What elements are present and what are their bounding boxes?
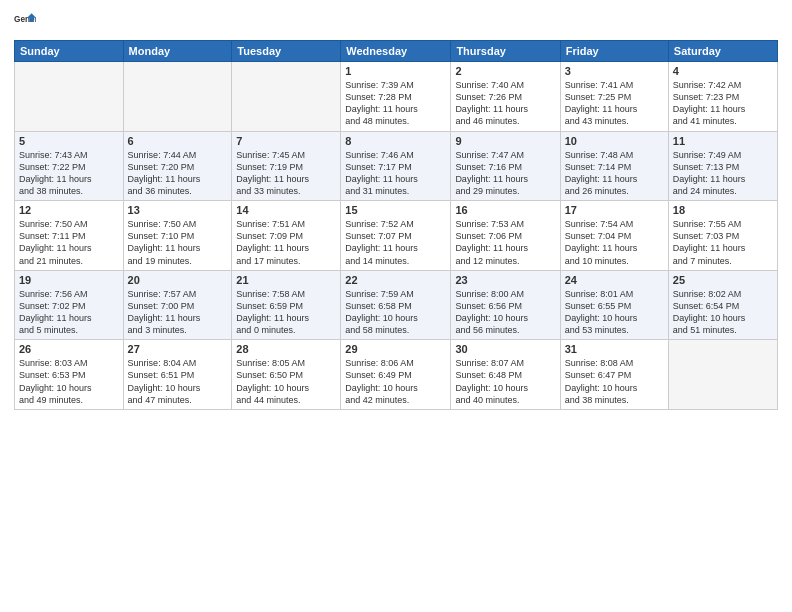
- day-number: 31: [565, 343, 664, 355]
- day-number: 1: [345, 65, 446, 77]
- header: General: [14, 10, 778, 32]
- day-number: 28: [236, 343, 336, 355]
- day-number: 9: [455, 135, 555, 147]
- day-number: 18: [673, 204, 773, 216]
- day-info: Sunrise: 7:42 AM Sunset: 7:23 PM Dayligh…: [673, 79, 773, 128]
- calendar-cell: 29Sunrise: 8:06 AM Sunset: 6:49 PM Dayli…: [341, 340, 451, 410]
- calendar-cell: 3Sunrise: 7:41 AM Sunset: 7:25 PM Daylig…: [560, 62, 668, 132]
- day-info: Sunrise: 7:47 AM Sunset: 7:16 PM Dayligh…: [455, 149, 555, 198]
- day-number: 27: [128, 343, 228, 355]
- day-info: Sunrise: 7:40 AM Sunset: 7:26 PM Dayligh…: [455, 79, 555, 128]
- day-number: 21: [236, 274, 336, 286]
- day-info: Sunrise: 8:03 AM Sunset: 6:53 PM Dayligh…: [19, 357, 119, 406]
- calendar-cell: [123, 62, 232, 132]
- calendar-cell: 25Sunrise: 8:02 AM Sunset: 6:54 PM Dayli…: [668, 270, 777, 340]
- calendar-cell: [668, 340, 777, 410]
- calendar-cell: 26Sunrise: 8:03 AM Sunset: 6:53 PM Dayli…: [15, 340, 124, 410]
- calendar-cell: 13Sunrise: 7:50 AM Sunset: 7:10 PM Dayli…: [123, 201, 232, 271]
- day-info: Sunrise: 7:46 AM Sunset: 7:17 PM Dayligh…: [345, 149, 446, 198]
- calendar-cell: 5Sunrise: 7:43 AM Sunset: 7:22 PM Daylig…: [15, 131, 124, 201]
- day-number: 2: [455, 65, 555, 77]
- day-number: 4: [673, 65, 773, 77]
- calendar-cell: [232, 62, 341, 132]
- day-number: 30: [455, 343, 555, 355]
- calendar-cell: 12Sunrise: 7:50 AM Sunset: 7:11 PM Dayli…: [15, 201, 124, 271]
- logo-icon: General: [14, 10, 36, 32]
- day-info: Sunrise: 7:56 AM Sunset: 7:02 PM Dayligh…: [19, 288, 119, 337]
- day-number: 10: [565, 135, 664, 147]
- day-number: 13: [128, 204, 228, 216]
- calendar-cell: 1Sunrise: 7:39 AM Sunset: 7:28 PM Daylig…: [341, 62, 451, 132]
- day-info: Sunrise: 7:57 AM Sunset: 7:00 PM Dayligh…: [128, 288, 228, 337]
- weekday-header-saturday: Saturday: [668, 41, 777, 62]
- weekday-header-friday: Friday: [560, 41, 668, 62]
- day-number: 3: [565, 65, 664, 77]
- calendar-cell: 30Sunrise: 8:07 AM Sunset: 6:48 PM Dayli…: [451, 340, 560, 410]
- day-number: 7: [236, 135, 336, 147]
- page-container: General SundayMondayTuesdayWednesdayThur…: [0, 0, 792, 612]
- day-info: Sunrise: 8:05 AM Sunset: 6:50 PM Dayligh…: [236, 357, 336, 406]
- weekday-header-row: SundayMondayTuesdayWednesdayThursdayFrid…: [15, 41, 778, 62]
- day-info: Sunrise: 8:01 AM Sunset: 6:55 PM Dayligh…: [565, 288, 664, 337]
- day-number: 16: [455, 204, 555, 216]
- day-info: Sunrise: 7:51 AM Sunset: 7:09 PM Dayligh…: [236, 218, 336, 267]
- weekday-header-tuesday: Tuesday: [232, 41, 341, 62]
- day-number: 19: [19, 274, 119, 286]
- day-number: 26: [19, 343, 119, 355]
- calendar-cell: 11Sunrise: 7:49 AM Sunset: 7:13 PM Dayli…: [668, 131, 777, 201]
- calendar-cell: 15Sunrise: 7:52 AM Sunset: 7:07 PM Dayli…: [341, 201, 451, 271]
- calendar-week-row: 12Sunrise: 7:50 AM Sunset: 7:11 PM Dayli…: [15, 201, 778, 271]
- calendar-cell: 20Sunrise: 7:57 AM Sunset: 7:00 PM Dayli…: [123, 270, 232, 340]
- calendar-cell: 17Sunrise: 7:54 AM Sunset: 7:04 PM Dayli…: [560, 201, 668, 271]
- calendar-cell: 4Sunrise: 7:42 AM Sunset: 7:23 PM Daylig…: [668, 62, 777, 132]
- calendar-cell: 10Sunrise: 7:48 AM Sunset: 7:14 PM Dayli…: [560, 131, 668, 201]
- weekday-header-thursday: Thursday: [451, 41, 560, 62]
- day-info: Sunrise: 8:06 AM Sunset: 6:49 PM Dayligh…: [345, 357, 446, 406]
- calendar-cell: 2Sunrise: 7:40 AM Sunset: 7:26 PM Daylig…: [451, 62, 560, 132]
- day-info: Sunrise: 7:41 AM Sunset: 7:25 PM Dayligh…: [565, 79, 664, 128]
- calendar-cell: 21Sunrise: 7:58 AM Sunset: 6:59 PM Dayli…: [232, 270, 341, 340]
- day-number: 5: [19, 135, 119, 147]
- calendar-cell: 7Sunrise: 7:45 AM Sunset: 7:19 PM Daylig…: [232, 131, 341, 201]
- calendar-cell: 6Sunrise: 7:44 AM Sunset: 7:20 PM Daylig…: [123, 131, 232, 201]
- calendar-cell: 9Sunrise: 7:47 AM Sunset: 7:16 PM Daylig…: [451, 131, 560, 201]
- calendar-cell: 16Sunrise: 7:53 AM Sunset: 7:06 PM Dayli…: [451, 201, 560, 271]
- calendar-week-row: 1Sunrise: 7:39 AM Sunset: 7:28 PM Daylig…: [15, 62, 778, 132]
- day-info: Sunrise: 7:58 AM Sunset: 6:59 PM Dayligh…: [236, 288, 336, 337]
- day-info: Sunrise: 7:52 AM Sunset: 7:07 PM Dayligh…: [345, 218, 446, 267]
- day-number: 14: [236, 204, 336, 216]
- weekday-header-sunday: Sunday: [15, 41, 124, 62]
- calendar-cell: 27Sunrise: 8:04 AM Sunset: 6:51 PM Dayli…: [123, 340, 232, 410]
- calendar-cell: [15, 62, 124, 132]
- day-info: Sunrise: 8:08 AM Sunset: 6:47 PM Dayligh…: [565, 357, 664, 406]
- weekday-header-wednesday: Wednesday: [341, 41, 451, 62]
- day-number: 6: [128, 135, 228, 147]
- day-info: Sunrise: 8:00 AM Sunset: 6:56 PM Dayligh…: [455, 288, 555, 337]
- day-number: 24: [565, 274, 664, 286]
- calendar-cell: 24Sunrise: 8:01 AM Sunset: 6:55 PM Dayli…: [560, 270, 668, 340]
- day-number: 23: [455, 274, 555, 286]
- calendar-week-row: 19Sunrise: 7:56 AM Sunset: 7:02 PM Dayli…: [15, 270, 778, 340]
- day-number: 22: [345, 274, 446, 286]
- day-info: Sunrise: 7:50 AM Sunset: 7:11 PM Dayligh…: [19, 218, 119, 267]
- day-info: Sunrise: 7:45 AM Sunset: 7:19 PM Dayligh…: [236, 149, 336, 198]
- calendar-cell: 19Sunrise: 7:56 AM Sunset: 7:02 PM Dayli…: [15, 270, 124, 340]
- calendar-week-row: 5Sunrise: 7:43 AM Sunset: 7:22 PM Daylig…: [15, 131, 778, 201]
- calendar-cell: 18Sunrise: 7:55 AM Sunset: 7:03 PM Dayli…: [668, 201, 777, 271]
- day-number: 20: [128, 274, 228, 286]
- day-info: Sunrise: 7:59 AM Sunset: 6:58 PM Dayligh…: [345, 288, 446, 337]
- day-info: Sunrise: 8:02 AM Sunset: 6:54 PM Dayligh…: [673, 288, 773, 337]
- calendar-cell: 14Sunrise: 7:51 AM Sunset: 7:09 PM Dayli…: [232, 201, 341, 271]
- day-number: 17: [565, 204, 664, 216]
- calendar-week-row: 26Sunrise: 8:03 AM Sunset: 6:53 PM Dayli…: [15, 340, 778, 410]
- calendar-cell: 22Sunrise: 7:59 AM Sunset: 6:58 PM Dayli…: [341, 270, 451, 340]
- day-number: 15: [345, 204, 446, 216]
- logo: General: [14, 10, 40, 32]
- day-number: 25: [673, 274, 773, 286]
- day-info: Sunrise: 8:04 AM Sunset: 6:51 PM Dayligh…: [128, 357, 228, 406]
- day-number: 11: [673, 135, 773, 147]
- day-number: 29: [345, 343, 446, 355]
- calendar-cell: 23Sunrise: 8:00 AM Sunset: 6:56 PM Dayli…: [451, 270, 560, 340]
- day-number: 8: [345, 135, 446, 147]
- calendar-cell: 28Sunrise: 8:05 AM Sunset: 6:50 PM Dayli…: [232, 340, 341, 410]
